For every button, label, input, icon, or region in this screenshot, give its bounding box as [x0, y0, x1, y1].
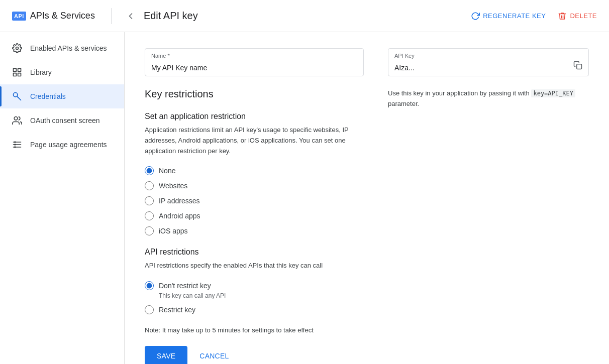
header-actions: REGENERATE KEY DELETE [471, 12, 597, 21]
copy-api-key-button[interactable] [571, 59, 584, 72]
name-field-wrapper: Name * [145, 48, 364, 76]
regenerate-icon [471, 12, 480, 21]
brand-name: APIs & Services [30, 11, 95, 21]
radio-android-apps[interactable]: Android apps [145, 211, 364, 220]
sidebar-item-credentials[interactable]: Credentials [0, 84, 124, 108]
radio-ip-input[interactable] [145, 196, 154, 205]
radio-android-input[interactable] [145, 211, 154, 220]
people-icon [12, 115, 22, 126]
sidebar-label-library: Library [30, 68, 52, 76]
page-title: Edit API key [144, 10, 198, 22]
radio-restrict-key[interactable]: Restrict key [145, 305, 364, 314]
header-divider [111, 8, 112, 24]
svg-point-0 [16, 47, 19, 50]
api-restriction-title: API restrictions [145, 248, 364, 257]
radio-none-input[interactable] [145, 166, 154, 175]
radio-none[interactable]: None [145, 166, 364, 175]
radio-websites[interactable]: Websites [145, 181, 364, 190]
trash-icon [558, 12, 567, 21]
app-restriction-title: Set an application restriction [145, 112, 364, 121]
list-icon [12, 140, 22, 150]
name-input[interactable] [151, 54, 357, 72]
api-restriction-radio-group: Don't restrict key This key can call any… [145, 281, 364, 314]
key-restrictions-title: Key restrictions [145, 88, 364, 100]
library-icon [12, 67, 22, 77]
key-restrictions-section: Key restrictions Set an application rest… [145, 88, 364, 364]
api-key-hint-suffix: parameter. [388, 100, 419, 107]
api-key-field-wrapper: API Key AIza... [388, 48, 589, 76]
api-logo: API [12, 12, 26, 21]
app-restriction-radio-group: None Websites IP addresses [145, 166, 364, 235]
sidebar-item-page-usage[interactable]: Page usage agreements [0, 133, 124, 157]
svg-rect-4 [18, 73, 21, 76]
radio-android-label: Android apps [159, 212, 200, 220]
action-buttons: SAVE CANCEL [145, 346, 364, 364]
copy-icon [573, 61, 582, 70]
svg-point-12 [15, 142, 16, 143]
back-button[interactable] [124, 9, 138, 23]
sidebar-item-oauth[interactable]: OAuth consent screen [0, 108, 124, 133]
sidebar-label-enabled-apis: Enabled APIs & services [30, 44, 107, 52]
main-layout: Enabled APIs & services Library [0, 32, 609, 364]
page-title-area: Edit API key [124, 9, 471, 23]
cancel-button[interactable]: CANCEL [195, 346, 233, 364]
svg-rect-15 [577, 64, 582, 69]
svg-point-5 [14, 93, 18, 97]
radio-ip-label: IP addresses [159, 197, 199, 205]
svg-rect-3 [14, 73, 17, 76]
delete-key-button[interactable]: DELETE [558, 12, 597, 21]
api-key-field-group: API Key AIza... [388, 48, 589, 76]
svg-point-14 [15, 147, 16, 148]
name-field-label: Name * [151, 53, 170, 59]
delete-key-label: DELETE [570, 12, 597, 20]
radio-ios-label: iOS apps [159, 227, 188, 235]
sidebar-label-oauth: OAuth consent screen [30, 116, 100, 125]
dont-restrict-sublabel: This key can call any API [159, 292, 364, 299]
radio-dont-restrict[interactable]: Don't restrict key [145, 281, 364, 290]
top-header: API APIs & Services Edit API key REGENER… [0, 0, 609, 32]
radio-restrict-key-input[interactable] [145, 305, 154, 314]
left-column: Name * Key restrictions Set an applicati… [145, 48, 364, 364]
brand-logo: API APIs & Services [12, 11, 95, 21]
sidebar-label-credentials: Credentials [30, 92, 66, 100]
sidebar-item-enabled-apis[interactable]: Enabled APIs & services [0, 36, 124, 60]
radio-ios-apps[interactable]: iOS apps [145, 226, 364, 235]
regenerate-key-label: REGENERATE KEY [483, 12, 546, 20]
name-field-group: Name * [145, 48, 364, 76]
radio-dont-restrict-input[interactable] [145, 281, 154, 290]
svg-rect-1 [14, 69, 17, 72]
sidebar-item-library[interactable]: Library [0, 60, 124, 84]
key-icon [12, 91, 22, 101]
radio-websites-label: Websites [159, 182, 187, 190]
radio-ios-input[interactable] [145, 226, 154, 235]
svg-point-8 [14, 117, 18, 120]
save-button[interactable]: SAVE [145, 346, 187, 364]
right-column: API Key AIza... Use this key in your app… [388, 48, 589, 364]
api-restriction-section: API restrictions API restrictions specif… [145, 248, 364, 314]
svg-rect-2 [18, 69, 21, 72]
svg-line-7 [18, 97, 19, 98]
api-key-hint: Use this key in your application by pass… [388, 88, 589, 109]
sidebar-label-page-usage: Page usage agreements [30, 141, 107, 149]
api-key-hint-text: Use this key in your application by pass… [388, 89, 530, 97]
gear-icon [12, 43, 22, 53]
back-arrow-icon [126, 11, 136, 21]
radio-restrict-key-label: Restrict key [159, 306, 195, 314]
api-key-hint-code: key=API_KEY [531, 89, 575, 97]
radio-websites-input[interactable] [145, 181, 154, 190]
main-content: Name * Key restrictions Set an applicati… [125, 32, 609, 364]
api-key-value: AIza... [394, 54, 582, 72]
radio-ip-addresses[interactable]: IP addresses [145, 196, 364, 205]
settings-note: Note: It may take up to 5 minutes for se… [145, 326, 364, 334]
regenerate-key-button[interactable]: REGENERATE KEY [471, 12, 546, 21]
api-key-label: API Key [394, 53, 415, 59]
api-restriction-desc: API restrictions specify the enabled API… [145, 261, 364, 271]
app-restriction-section: Set an application restriction Applicati… [145, 112, 364, 235]
radio-dont-restrict-label: Don't restrict key [159, 282, 211, 290]
app-restriction-desc: Application restrictions limit an API ke… [145, 125, 364, 156]
radio-none-label: None [159, 167, 175, 175]
sidebar: Enabled APIs & services Library [0, 32, 125, 364]
svg-point-13 [15, 144, 16, 145]
two-col-layout: Name * Key restrictions Set an applicati… [145, 48, 589, 364]
